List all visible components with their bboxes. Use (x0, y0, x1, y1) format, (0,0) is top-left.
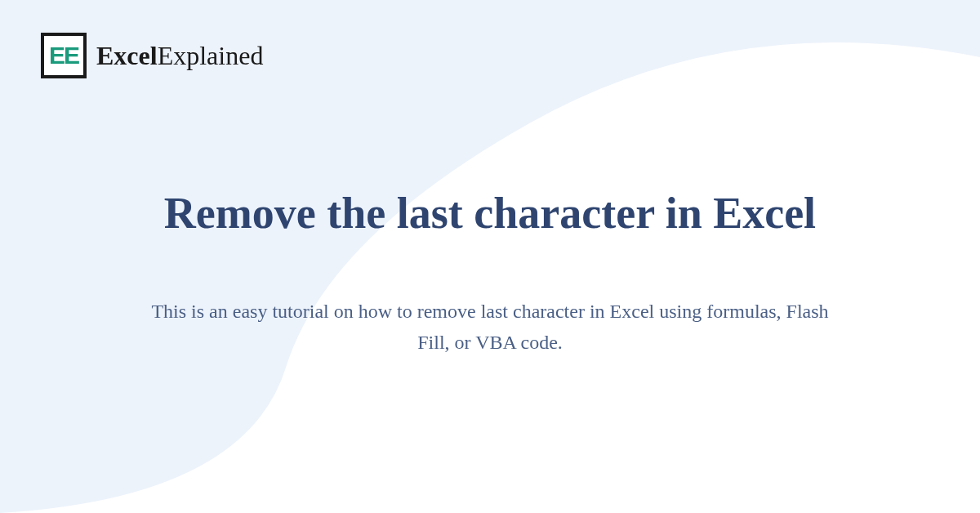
logo: EE ExcelExplained (41, 33, 263, 78)
logo-brand-bold: Excel (96, 41, 158, 70)
logo-brand-regular: Explained (158, 41, 264, 70)
logo-text: ExcelExplained (96, 41, 263, 71)
logo-icon-text: EE (49, 42, 78, 69)
page-subtitle: This is an easy tutorial on how to remov… (143, 296, 837, 359)
page-title: Remove the last character in Excel (164, 188, 816, 239)
logo-icon: EE (41, 33, 87, 78)
